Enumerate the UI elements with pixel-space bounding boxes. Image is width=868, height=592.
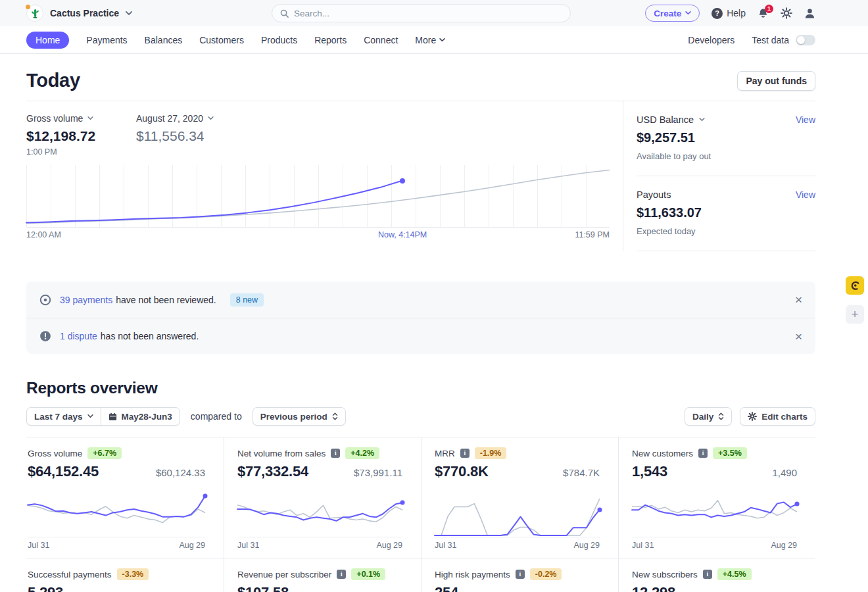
info-icon[interactable]: i [516,570,525,579]
user-icon [804,8,815,19]
gear-icon [781,7,792,19]
notifications-button[interactable]: 1 [758,8,769,19]
chevron-down-icon [208,116,214,120]
dispute-link[interactable]: 1 dispute [60,331,97,341]
metric-compare-value: $60,124.33 [156,467,205,478]
info-icon[interactable]: i [698,449,708,458]
spark-x-start: Jul 31 [28,541,49,550]
payments-review-text: have not been reviewed. [116,295,216,305]
payouts-view-link[interactable]: View [796,189,815,200]
nav-item-balances[interactable]: Balances [145,35,183,45]
close-icon[interactable]: × [795,293,802,306]
dispute-text: has not been answered. [101,331,199,341]
help-button[interactable]: ? Help [711,8,746,19]
info-icon[interactable]: i [337,570,346,579]
search-placeholder: Search... [294,9,329,18]
comparison-date-selector[interactable]: August 27, 2020 [136,113,214,124]
nav-item-developers[interactable]: Developers [688,35,735,45]
usd-balance-view-link[interactable]: View [796,114,815,125]
edit-charts-label: Edit charts [761,412,808,422]
payouts-description: Expected today [637,226,815,236]
nav-item-reports[interactable]: Reports [314,35,347,45]
help-label: Help [727,8,746,18]
usd-balance-amount: $9,257.51 [637,130,815,145]
metric-label: High risk payments [435,570,510,580]
metric-card-net-volume: Net volume from sales i +4.2% $77,332.54… [224,437,421,558]
date-range-label: Last 7 days [34,412,83,422]
trend-badge: +4.2% [345,447,379,459]
chevron-down-icon [87,116,93,120]
info-icon[interactable]: i [460,449,470,458]
trend-badge: -3.3% [117,568,149,580]
nav-item-more[interactable]: More [415,35,445,45]
chart-x-now: Now, 4:14PM [378,230,427,239]
search-icon [280,9,289,18]
create-label: Create [654,9,681,18]
nav-item-more-label: More [415,35,436,45]
add-widget-button[interactable]: + [846,305,864,324]
test-data-label: Test data [752,35,789,45]
interval-select[interactable]: Daily [685,407,732,426]
edit-charts-button[interactable]: Edit charts [740,407,815,426]
sparkline-chart [237,491,402,537]
sparkline-chart [632,491,797,537]
metric-value: 1,543 [632,463,667,480]
create-button[interactable]: Create [645,5,700,22]
gross-volume-label: Gross volume [26,113,83,124]
settings-button[interactable] [781,7,792,19]
reports-controls: Last 7 days May28-Jun3 compared to Previ… [26,407,815,426]
pay-out-funds-button[interactable]: Pay out funds [737,71,815,91]
trend-badge: +3.5% [713,447,747,459]
metric-value: $64,152.45 [28,463,99,480]
nav-item-customers[interactable]: Customers [199,35,244,45]
nav-item-home[interactable]: Home [26,32,69,49]
metric-card-mrr: MRR i -1.9% $770.8K $784.7K Jul 31 Aug 2… [421,437,618,558]
today-panel: Gross volume $12,198.72 1:00 PM August 2… [26,101,815,251]
account-button[interactable] [804,8,815,19]
usd-balance-selector[interactable]: USD Balance [637,114,705,125]
question-circle-icon: ? [711,8,723,19]
metric-value: 5,293 [28,584,63,592]
gross-volume-selector[interactable]: Gross volume [26,113,136,124]
org-status-dot [26,5,30,9]
test-data-toggle[interactable] [796,35,815,45]
dispute-icon [39,330,51,342]
extension-icon [849,280,861,291]
metric-label: Gross volume [28,449,82,458]
gross-volume-time: 1:00 PM [26,147,136,157]
sparkline-chart [28,491,205,537]
spark-x-end: Aug 29 [573,541,600,550]
metric-cards-grid: Gross volume +6.7% $64,152.45 $60,124.33… [26,437,815,592]
metric-label: MRR [435,449,455,458]
chevron-down-icon [685,11,691,15]
interval-value: Daily [692,412,713,422]
review-icon [39,294,51,306]
toggle-knob [797,36,805,44]
chart-x-start: 12:00 AM [26,230,61,239]
nav-item-payments[interactable]: Payments [86,35,127,45]
trend-badge: +0.1% [351,568,385,580]
nav-item-products[interactable]: Products [261,35,297,45]
org-switcher[interactable]: Cactus Practice [26,5,132,22]
comparison-period-select[interactable]: Previous period [253,407,346,426]
info-icon[interactable]: i [331,449,340,458]
nav-item-connect[interactable]: Connect [364,35,398,45]
info-icon[interactable]: i [703,570,712,579]
chevron-down-icon [87,414,93,418]
metric-card-revenue-per-subscriber: Revenue per subscriber i +0.1% $107.58 [224,558,421,592]
browser-extension-button[interactable] [846,276,864,295]
close-icon[interactable]: × [795,330,802,343]
plus-icon: + [851,307,858,322]
search-input[interactable]: Search... [272,4,571,22]
metric-compare-value: $73,991.11 [354,467,402,478]
page-title: Today [26,70,80,91]
metric-label: New subscribers [632,570,698,580]
date-range-button[interactable]: Last 7 days [26,407,101,426]
cactus-icon [31,9,39,18]
payments-review-link[interactable]: 39 payments [60,295,112,305]
metric-label: Net volume from sales [237,449,326,458]
date-picker-button[interactable]: May28-Jun3 [101,407,180,426]
comparison-amount: $11,556.34 [136,128,214,144]
spark-x-end: Aug 29 [376,541,402,550]
spark-x-end: Aug 29 [179,541,205,550]
